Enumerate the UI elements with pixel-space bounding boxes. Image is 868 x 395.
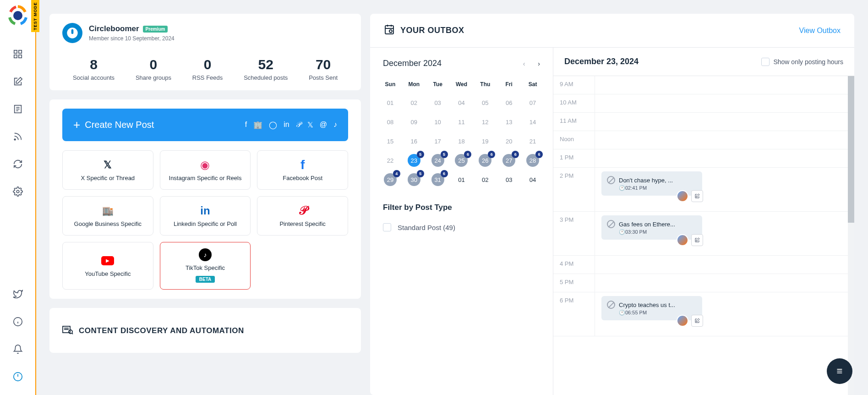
tile-li[interactable]: inLinkedin Specific or Poll [160, 196, 251, 236]
svg-point-10 [16, 190, 19, 193]
app-logo[interactable] [7, 5, 29, 27]
nav-rss[interactable] [9, 127, 27, 146]
cal-dow: Thu [473, 77, 497, 93]
nav-power[interactable] [9, 368, 27, 386]
cal-day-17[interactable]: 17 [426, 132, 450, 151]
edit-post-button[interactable] [691, 315, 703, 327]
cal-day-06[interactable]: 06 [497, 93, 521, 112]
cal-day-22[interactable]: 22 [378, 151, 402, 170]
cal-badge: 5 [417, 170, 424, 177]
nav-recycle[interactable] [9, 155, 27, 173]
create-post-card: +Create New Post f 🏢 ◯ in 𝒫 𝕏 @ ♪ 𝕏X Spe… [49, 99, 361, 299]
cal-day-29[interactable]: 294 [378, 170, 402, 189]
plus-icon: + [73, 118, 80, 132]
cal-day-30[interactable]: 305 [402, 170, 426, 189]
tiktok-icon: ♪ [333, 121, 337, 129]
cal-day-02[interactable]: 02 [473, 170, 497, 189]
tile-pin[interactable]: 𝒫Pinterest Specific [257, 196, 348, 236]
cal-day-08[interactable]: 08 [378, 112, 402, 132]
tile-tk[interactable]: ♪TikTok SpecificBETA [160, 242, 251, 290]
outbox-panel: YOUR OUTBOX View Outbox December 2024 ‹ … [370, 14, 854, 395]
tile-label: Pinterest Specific [279, 220, 325, 227]
facebook-icon: f [245, 121, 247, 129]
cal-day-27[interactable]: 276 [497, 151, 521, 170]
tile-fb[interactable]: fFacebook Post [257, 150, 348, 190]
nav-dashboard[interactable] [9, 45, 27, 63]
cal-day-03[interactable]: 03 [426, 93, 450, 112]
tile-gb[interactable]: 🏬Google Business Specific [62, 196, 153, 236]
scheduled-post[interactable]: Crypto teaches us t...🕐06:55 PM [601, 296, 702, 320]
cal-day-07[interactable]: 07 [521, 93, 545, 112]
nav-twitter[interactable] [9, 285, 27, 303]
next-month-button[interactable]: › [538, 60, 540, 67]
tile-ig[interactable]: ◉Instagram Specific or Reels [160, 150, 251, 190]
cal-day-26[interactable]: 266 [473, 151, 497, 170]
timeline-date: December 23, 2024 [564, 57, 639, 66]
nav-info[interactable] [9, 313, 27, 331]
view-outbox-link[interactable]: View Outbox [799, 27, 841, 35]
cal-day-04[interactable]: 04 [521, 170, 545, 189]
filter-standard-post[interactable]: Standard Post (49) [383, 223, 540, 231]
cal-badge: 6 [535, 151, 543, 158]
cal-badge: 5 [417, 151, 424, 158]
edit-post-button[interactable] [691, 190, 703, 202]
cal-day-02[interactable]: 02 [402, 93, 426, 112]
svg-point-19 [69, 330, 72, 334]
accent-line [35, 0, 36, 395]
sidebar: TEST MODE [0, 0, 36, 395]
scrollbar[interactable] [848, 76, 854, 395]
cal-day-01[interactable]: 01 [378, 93, 402, 112]
cal-day-05[interactable]: 05 [473, 93, 497, 112]
timeline-row: 9 AM [553, 76, 854, 94]
prev-month-button[interactable]: ‹ [523, 60, 525, 67]
cal-day-13[interactable]: 13 [497, 112, 521, 132]
scheduled-post[interactable]: Don't chase hype, ...🕐02:41 PM [601, 171, 702, 196]
svg-point-9 [14, 139, 16, 140]
cal-day-03[interactable]: 03 [497, 170, 521, 189]
cal-day-10[interactable]: 10 [426, 112, 450, 132]
nav-compose[interactable] [9, 72, 27, 91]
tile-x[interactable]: 𝕏X Specific or Thread [62, 150, 153, 190]
stat-label: Scheduled posts [244, 74, 288, 81]
tile-label: X Specific or Thread [81, 175, 135, 181]
cal-dow: Sun [378, 77, 402, 93]
create-new-post-button[interactable]: +Create New Post f 🏢 ◯ in 𝒫 𝕏 @ ♪ [62, 109, 348, 141]
nav-notifications[interactable] [9, 340, 27, 358]
cal-day-16[interactable]: 16 [402, 132, 426, 151]
fab-menu-button[interactable]: ≡ [827, 358, 852, 384]
cal-day-21[interactable]: 21 [521, 132, 545, 151]
cal-day-15[interactable]: 15 [378, 132, 402, 151]
nav-settings[interactable] [9, 182, 27, 201]
cal-day-12[interactable]: 12 [473, 112, 497, 132]
nav-posts[interactable] [9, 100, 27, 118]
cal-day-01[interactable]: 01 [450, 170, 474, 189]
cal-day-14[interactable]: 14 [521, 112, 545, 132]
cal-day-31[interactable]: 316 [426, 170, 450, 189]
tile-yt[interactable]: ▶YouTube Specific [62, 242, 153, 290]
cal-day-20[interactable]: 20 [497, 132, 521, 151]
cal-day-28[interactable]: 286 [521, 151, 545, 170]
timeline-hour: 3 PM [553, 212, 595, 255]
tk-icon: ♪ [199, 249, 212, 261]
edit-post-button[interactable] [691, 234, 703, 246]
li-icon: in [200, 205, 210, 217]
stat-label: Share groups [136, 74, 171, 81]
cal-day-24[interactable]: 245 [426, 151, 450, 170]
scroll-thumb[interactable] [848, 76, 854, 223]
cal-day-23[interactable]: 235 [402, 151, 426, 170]
cal-day-09[interactable]: 09 [402, 112, 426, 132]
cal-day-04[interactable]: 04 [450, 93, 474, 112]
linkedin-icon: in [284, 121, 289, 129]
scheduled-post[interactable]: Gas fees on Ethere...🕐03:30 PM [601, 215, 702, 240]
show-posting-hours-toggle[interactable]: Show only posting hours [761, 58, 843, 66]
cal-day-11[interactable]: 11 [450, 112, 474, 132]
stat-1: 0Share groups [136, 57, 171, 81]
cal-day-19[interactable]: 19 [473, 132, 497, 151]
stat-number: 70 [309, 57, 338, 72]
timeline-hour: 4 PM [553, 256, 595, 274]
post-avatar [677, 190, 688, 202]
checkbox[interactable] [383, 223, 391, 231]
checkbox[interactable] [761, 58, 770, 66]
cal-day-25[interactable]: 256 [450, 151, 474, 170]
cal-day-18[interactable]: 18 [450, 132, 474, 151]
